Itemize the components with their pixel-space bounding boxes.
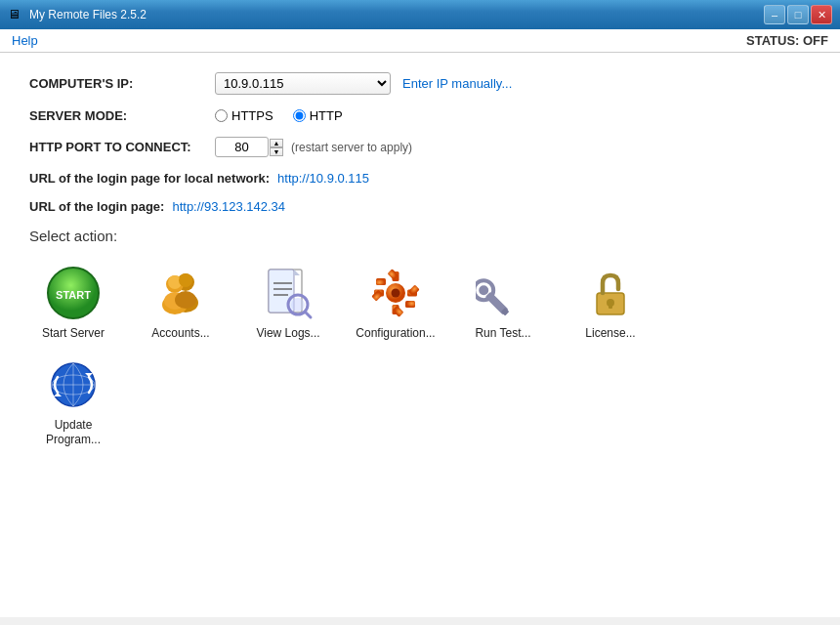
- accounts-label: Accounts...: [151, 326, 209, 340]
- url-local-link[interactable]: http://10.9.0.115: [277, 171, 369, 186]
- restart-note: (restart server to apply): [291, 141, 412, 154]
- http-port-label: HTTP PORT TO CONNECT:: [29, 140, 215, 154]
- url-public-row: URL of the login page: http://93.123.142…: [29, 199, 811, 214]
- svg-point-9: [175, 291, 196, 309]
- http-radio[interactable]: [293, 109, 306, 122]
- accounts-icon: [153, 266, 208, 320]
- configuration-label: Configuration...: [356, 326, 435, 340]
- http-radio-label[interactable]: HTTP: [293, 108, 343, 123]
- http-port-row: HTTP PORT TO CONNECT: 80 ▲ ▼ (restart se…: [29, 137, 811, 157]
- license-button[interactable]: License...: [567, 262, 654, 344]
- license-label: License...: [585, 326, 635, 340]
- enter-ip-link[interactable]: Enter IP manually...: [402, 76, 512, 91]
- menu-bar: Help STATUS: OFF: [0, 29, 840, 53]
- help-menu[interactable]: Help: [12, 33, 38, 48]
- server-mode-label: SERVER MODE:: [29, 108, 215, 123]
- actions-row-1: START Start Server Accounts...: [29, 262, 811, 344]
- http-label: HTTP: [310, 108, 343, 123]
- svg-text:START: START: [56, 289, 91, 301]
- port-up-button[interactable]: ▲: [270, 139, 283, 147]
- url-public-label: URL of the login page:: [29, 199, 164, 214]
- view-logs-button[interactable]: View Logs...: [244, 262, 332, 344]
- start-server-icon: START: [46, 266, 101, 320]
- svg-point-20: [392, 289, 400, 298]
- start-server-button[interactable]: START Start Server: [29, 262, 117, 344]
- ip-dropdown[interactable]: 10.9.0.115: [215, 72, 391, 95]
- configuration-button[interactable]: Configuration...: [352, 262, 440, 344]
- svg-rect-29: [376, 278, 386, 285]
- server-mode-group: HTTPS HTTP: [215, 108, 343, 123]
- title-bar-title: My Remote Files 2.5.2: [29, 8, 147, 21]
- run-test-label: Run Test...: [475, 326, 530, 340]
- select-action-title: Select action:: [29, 228, 811, 244]
- license-icon: [583, 266, 638, 320]
- url-local-label: URL of the login page for local network:: [29, 171, 270, 186]
- configuration-icon: [368, 266, 423, 320]
- view-logs-icon: [261, 266, 315, 320]
- svg-line-18: [305, 312, 311, 317]
- start-server-label: Start Server: [42, 326, 105, 340]
- svg-point-7: [179, 273, 192, 287]
- server-mode-row: SERVER MODE: HTTPS HTTP: [29, 108, 811, 123]
- actions-row-2: Update Program...: [29, 354, 811, 450]
- app-icon: 🖥: [8, 7, 23, 22]
- main-content: COMPUTER'S IP: 10.9.0.115 Enter IP manua…: [0, 53, 840, 617]
- status-label: STATUS: OFF: [746, 33, 828, 48]
- url-public-link[interactable]: http://93.123.142.34: [172, 199, 285, 214]
- port-down-button[interactable]: ▼: [270, 147, 283, 156]
- url-local-row: URL of the login page for local network:…: [29, 171, 811, 186]
- svg-rect-37: [609, 303, 612, 309]
- title-bar-buttons: – □ ✕: [764, 5, 832, 24]
- port-input[interactable]: 80: [215, 137, 269, 157]
- https-radio[interactable]: [215, 109, 228, 122]
- accounts-button[interactable]: Accounts...: [137, 262, 225, 344]
- view-logs-label: View Logs...: [256, 326, 319, 340]
- svg-point-17: [291, 298, 305, 312]
- maximize-button[interactable]: □: [787, 5, 809, 24]
- title-bar-left: 🖥 My Remote Files 2.5.2: [8, 7, 147, 22]
- minimize-button[interactable]: –: [764, 5, 785, 24]
- run-test-button[interactable]: Run Test...: [459, 262, 547, 344]
- run-test-icon: [476, 266, 530, 320]
- https-radio-label[interactable]: HTTPS: [215, 108, 273, 123]
- update-program-icon: [46, 357, 101, 412]
- update-program-button[interactable]: Update Program...: [29, 354, 117, 450]
- close-button[interactable]: ✕: [811, 5, 832, 24]
- title-bar: 🖥 My Remote Files 2.5.2 – □ ✕: [0, 0, 840, 29]
- svg-rect-26: [405, 301, 415, 308]
- https-label: HTTPS: [231, 108, 273, 123]
- computer-ip-label: COMPUTER'S IP:: [29, 76, 215, 91]
- port-spinner: ▲ ▼: [270, 139, 283, 156]
- svg-rect-11: [269, 270, 294, 312]
- computer-ip-row: COMPUTER'S IP: 10.9.0.115 Enter IP manua…: [29, 72, 811, 95]
- update-program-label: Update Program...: [33, 418, 113, 446]
